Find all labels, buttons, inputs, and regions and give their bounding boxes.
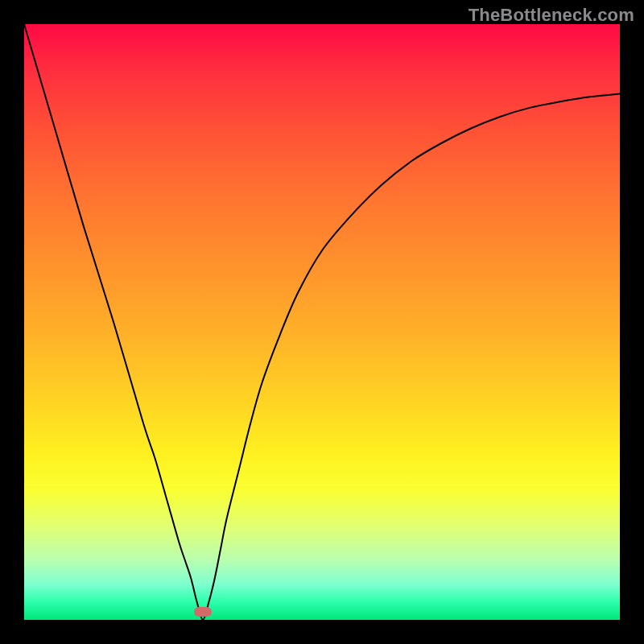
optimum-marker <box>194 607 212 617</box>
curve-svg <box>24 24 620 620</box>
plot-area <box>24 24 620 620</box>
bottleneck-curve <box>24 24 620 620</box>
watermark-text: TheBottleneck.com <box>469 5 634 26</box>
chart-frame: TheBottleneck.com <box>0 0 644 644</box>
